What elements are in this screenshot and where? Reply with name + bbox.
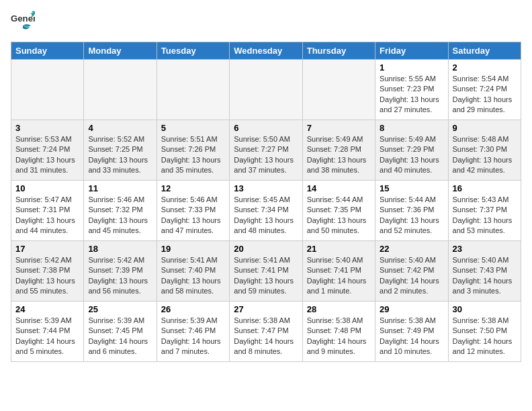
calendar-cell: 14Sunrise: 5:44 AM Sunset: 7:35 PM Dayli… [302, 181, 375, 241]
calendar-cell: 13Sunrise: 5:45 AM Sunset: 7:34 PM Dayli… [230, 181, 302, 241]
day-number: 12 [161, 183, 225, 193]
page-header: General [11, 11, 521, 36]
day-info: Sunrise: 5:42 AM Sunset: 7:39 PM Dayligh… [88, 255, 152, 297]
calendar-cell: 27Sunrise: 5:38 AM Sunset: 7:47 PM Dayli… [230, 302, 302, 362]
calendar-cell [84, 60, 157, 120]
calendar-cell: 11Sunrise: 5:46 AM Sunset: 7:32 PM Dayli… [84, 181, 157, 241]
calendar-cell: 7Sunrise: 5:49 AM Sunset: 7:28 PM Daylig… [302, 120, 375, 181]
calendar-cell: 12Sunrise: 5:46 AM Sunset: 7:33 PM Dayli… [157, 181, 229, 241]
calendar-cell: 26Sunrise: 5:39 AM Sunset: 7:46 PM Dayli… [157, 302, 229, 362]
week-row-1: 1Sunrise: 5:55 AM Sunset: 7:23 PM Daylig… [11, 60, 521, 120]
bird-icon [13, 23, 32, 36]
day-number: 11 [88, 183, 152, 193]
day-info: Sunrise: 5:38 AM Sunset: 7:48 PM Dayligh… [307, 316, 371, 357]
calendar-cell: 21Sunrise: 5:40 AM Sunset: 7:41 PM Dayli… [302, 241, 375, 302]
calendar-cell: 19Sunrise: 5:41 AM Sunset: 7:40 PM Dayli… [157, 241, 229, 302]
day-info: Sunrise: 5:54 AM Sunset: 7:24 PM Dayligh… [453, 74, 517, 116]
day-info: Sunrise: 5:40 AM Sunset: 7:42 PM Dayligh… [380, 255, 443, 297]
calendar-cell: 1Sunrise: 5:55 AM Sunset: 7:23 PM Daylig… [375, 60, 448, 120]
day-number: 28 [307, 304, 371, 314]
calendar-cell: 4Sunrise: 5:52 AM Sunset: 7:25 PM Daylig… [84, 120, 157, 181]
calendar-cell [230, 60, 302, 120]
day-number: 15 [380, 183, 443, 193]
day-number: 7 [307, 123, 371, 133]
day-info: Sunrise: 5:49 AM Sunset: 7:28 PM Dayligh… [307, 134, 371, 176]
calendar-cell: 17Sunrise: 5:42 AM Sunset: 7:38 PM Dayli… [11, 241, 84, 302]
day-info: Sunrise: 5:49 AM Sunset: 7:29 PM Dayligh… [380, 134, 443, 176]
day-info: Sunrise: 5:41 AM Sunset: 7:41 PM Dayligh… [234, 255, 298, 297]
day-info: Sunrise: 5:44 AM Sunset: 7:36 PM Dayligh… [380, 195, 443, 236]
day-number: 18 [88, 244, 152, 254]
svg-text:General: General [11, 13, 35, 24]
day-info: Sunrise: 5:45 AM Sunset: 7:34 PM Dayligh… [234, 195, 298, 236]
week-row-2: 3Sunrise: 5:53 AM Sunset: 7:24 PM Daylig… [11, 120, 521, 181]
day-number: 16 [453, 183, 517, 193]
day-info: Sunrise: 5:55 AM Sunset: 7:23 PM Dayligh… [380, 74, 443, 116]
day-number: 8 [380, 123, 443, 133]
weekday-header-row: SundayMondayTuesdayWednesdayThursdayFrid… [11, 42, 521, 60]
day-number: 22 [380, 244, 443, 254]
day-info: Sunrise: 5:40 AM Sunset: 7:43 PM Dayligh… [453, 255, 517, 297]
day-number: 13 [234, 183, 298, 193]
calendar-cell: 16Sunrise: 5:43 AM Sunset: 7:37 PM Dayli… [448, 181, 521, 241]
day-info: Sunrise: 5:42 AM Sunset: 7:38 PM Dayligh… [15, 255, 79, 297]
day-number: 19 [161, 244, 225, 254]
day-number: 6 [234, 123, 298, 133]
day-info: Sunrise: 5:41 AM Sunset: 7:40 PM Dayligh… [161, 255, 225, 297]
day-number: 17 [15, 244, 79, 254]
day-info: Sunrise: 5:38 AM Sunset: 7:47 PM Dayligh… [234, 316, 298, 357]
day-number: 21 [307, 244, 371, 254]
calendar-cell: 29Sunrise: 5:38 AM Sunset: 7:49 PM Dayli… [375, 302, 448, 362]
calendar-cell: 10Sunrise: 5:47 AM Sunset: 7:31 PM Dayli… [11, 181, 84, 241]
day-number: 27 [234, 304, 298, 314]
day-info: Sunrise: 5:38 AM Sunset: 7:49 PM Dayligh… [380, 316, 443, 357]
week-row-5: 24Sunrise: 5:39 AM Sunset: 7:44 PM Dayli… [11, 302, 521, 362]
calendar-cell: 30Sunrise: 5:38 AM Sunset: 7:50 PM Dayli… [448, 302, 521, 362]
calendar-cell [302, 60, 375, 120]
day-number: 30 [453, 304, 517, 314]
calendar-cell: 23Sunrise: 5:40 AM Sunset: 7:43 PM Dayli… [448, 241, 521, 302]
day-info: Sunrise: 5:47 AM Sunset: 7:31 PM Dayligh… [15, 195, 79, 236]
calendar-cell: 18Sunrise: 5:42 AM Sunset: 7:39 PM Dayli… [84, 241, 157, 302]
weekday-header-friday: Friday [375, 42, 448, 60]
day-number: 24 [15, 304, 79, 314]
day-info: Sunrise: 5:52 AM Sunset: 7:25 PM Dayligh… [88, 134, 152, 176]
day-info: Sunrise: 5:46 AM Sunset: 7:33 PM Dayligh… [161, 195, 225, 236]
day-number: 14 [307, 183, 371, 193]
calendar-cell: 25Sunrise: 5:39 AM Sunset: 7:45 PM Dayli… [84, 302, 157, 362]
weekday-header-tuesday: Tuesday [157, 42, 229, 60]
weekday-header-thursday: Thursday [302, 42, 375, 60]
day-info: Sunrise: 5:40 AM Sunset: 7:41 PM Dayligh… [307, 255, 371, 297]
day-info: Sunrise: 5:50 AM Sunset: 7:27 PM Dayligh… [234, 134, 298, 176]
day-info: Sunrise: 5:38 AM Sunset: 7:50 PM Dayligh… [453, 316, 517, 357]
day-number: 3 [15, 123, 79, 133]
weekday-header-wednesday: Wednesday [230, 42, 302, 60]
calendar-cell: 22Sunrise: 5:40 AM Sunset: 7:42 PM Dayli… [375, 241, 448, 302]
calendar-cell: 15Sunrise: 5:44 AM Sunset: 7:36 PM Dayli… [375, 181, 448, 241]
day-info: Sunrise: 5:46 AM Sunset: 7:32 PM Dayligh… [88, 195, 152, 236]
calendar-cell: 6Sunrise: 5:50 AM Sunset: 7:27 PM Daylig… [230, 120, 302, 181]
day-info: Sunrise: 5:39 AM Sunset: 7:45 PM Dayligh… [88, 316, 152, 357]
day-number: 2 [453, 62, 517, 73]
day-number: 4 [88, 123, 152, 133]
calendar-cell: 24Sunrise: 5:39 AM Sunset: 7:44 PM Dayli… [11, 302, 84, 362]
day-info: Sunrise: 5:39 AM Sunset: 7:46 PM Dayligh… [161, 316, 225, 357]
calendar-cell: 2Sunrise: 5:54 AM Sunset: 7:24 PM Daylig… [448, 60, 521, 120]
calendar-cell: 20Sunrise: 5:41 AM Sunset: 7:41 PM Dayli… [230, 241, 302, 302]
day-number: 10 [15, 183, 79, 193]
weekday-header-sunday: Sunday [11, 42, 84, 60]
week-row-3: 10Sunrise: 5:47 AM Sunset: 7:31 PM Dayli… [11, 181, 521, 241]
day-info: Sunrise: 5:51 AM Sunset: 7:26 PM Dayligh… [161, 134, 225, 176]
day-number: 20 [234, 244, 298, 254]
calendar-cell: 3Sunrise: 5:53 AM Sunset: 7:24 PM Daylig… [11, 120, 84, 181]
day-info: Sunrise: 5:39 AM Sunset: 7:44 PM Dayligh… [15, 316, 79, 357]
day-number: 1 [380, 62, 443, 73]
day-number: 25 [88, 304, 152, 314]
day-number: 23 [453, 244, 517, 254]
day-info: Sunrise: 5:43 AM Sunset: 7:37 PM Dayligh… [453, 195, 517, 236]
calendar-cell: 5Sunrise: 5:51 AM Sunset: 7:26 PM Daylig… [157, 120, 229, 181]
calendar-cell: 9Sunrise: 5:48 AM Sunset: 7:30 PM Daylig… [448, 120, 521, 181]
calendar-cell [157, 60, 229, 120]
weekday-header-monday: Monday [84, 42, 157, 60]
calendar-cell: 8Sunrise: 5:49 AM Sunset: 7:29 PM Daylig… [375, 120, 448, 181]
